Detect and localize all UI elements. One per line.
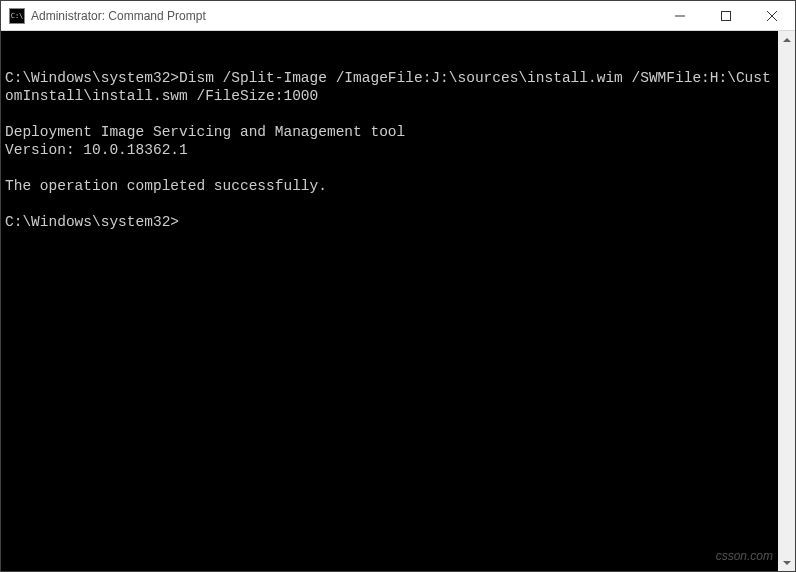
window-frame: C:\ Administrator: Command Prompt C:\Win… [0, 0, 796, 572]
scrollbar-track[interactable] [778, 48, 795, 554]
cmd-icon: C:\ [9, 8, 25, 24]
vertical-scrollbar[interactable] [778, 31, 795, 571]
chevron-down-icon [783, 561, 791, 565]
close-button[interactable] [749, 1, 795, 30]
scroll-up-button[interactable] [778, 31, 795, 48]
svg-rect-1 [722, 11, 731, 20]
maximize-button[interactable] [703, 1, 749, 30]
titlebar[interactable]: C:\ Administrator: Command Prompt [1, 1, 795, 31]
window-controls [657, 1, 795, 30]
output-line: Version: 10.0.18362.1 [5, 142, 188, 158]
chevron-up-icon [783, 38, 791, 42]
output-line: Deployment Image Servicing and Managemen… [5, 124, 405, 140]
minimize-button[interactable] [657, 1, 703, 30]
watermark-text: csson.com [716, 547, 773, 565]
terminal-output: C:\Windows\system32>Dism /Split-Image /I… [5, 69, 791, 231]
prompt: C:\Windows\system32> [5, 70, 179, 86]
scroll-down-button[interactable] [778, 554, 795, 571]
terminal-area[interactable]: C:\Windows\system32>Dism /Split-Image /I… [1, 31, 795, 571]
window-title: Administrator: Command Prompt [31, 9, 657, 23]
output-line: The operation completed successfully. [5, 178, 327, 194]
prompt: C:\Windows\system32> [5, 214, 179, 230]
